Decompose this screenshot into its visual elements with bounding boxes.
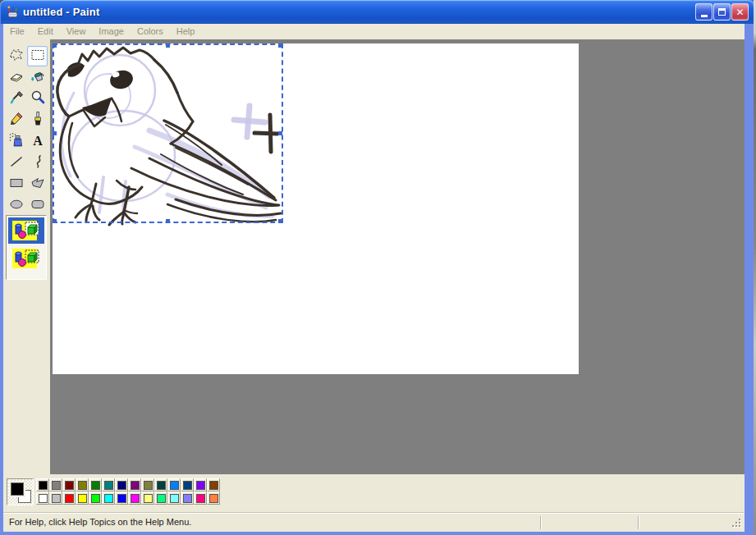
select-icon [30,47,46,66]
paint-window: untitled - Paint ✕ FileEditViewImageColo… [0,0,756,535]
tool-box: A [3,39,50,474]
tool-rounded-rectangle[interactable] [27,195,48,216]
color-swatch[interactable] [207,492,220,505]
pick-color-icon [8,89,25,109]
color-swatch[interactable] [36,492,49,505]
selection-handle[interactable] [53,43,57,48]
color-swatch[interactable] [102,492,115,505]
option-transparent-selection[interactable] [8,245,44,272]
statusbar-divider [638,516,639,529]
drawing-canvas[interactable] [53,43,579,374]
resize-grip-icon[interactable] [731,518,742,528]
fill-with-color-icon [30,68,46,88]
color-swatch[interactable] [49,492,62,505]
selection-handle[interactable] [166,43,170,48]
color-swatch[interactable] [128,492,141,505]
rectangle-icon [8,175,25,194]
menu-colors[interactable]: Colors [131,25,170,39]
tool-free-form-select[interactable] [6,46,26,66]
minimize-icon [701,15,708,17]
color-swatch[interactable] [181,478,194,492]
selection-handle[interactable] [53,131,57,135]
selection-handle[interactable] [278,131,282,135]
menu-image[interactable]: Image [92,25,131,39]
color-swatch[interactable] [141,478,154,492]
tool-text[interactable]: A [27,131,48,152]
tool-fill-with-color[interactable] [27,67,48,88]
main-area: A [3,39,745,474]
color-swatch[interactable] [89,492,102,505]
tool-magnifier[interactable] [27,89,48,109]
airbrush-icon [8,132,25,152]
tool-ellipse[interactable] [6,195,26,216]
statusbar-divider [540,516,541,529]
eraser-icon [8,68,25,88]
tool-line[interactable] [6,153,26,173]
paint-app-icon [6,5,20,19]
close-button[interactable]: ✕ [731,3,749,21]
tool-select[interactable] [27,46,48,66]
close-icon: ✕ [735,7,744,17]
rounded-rectangle-icon [30,196,46,216]
tool-airbrush[interactable] [6,131,26,152]
menu-edit[interactable]: Edit [31,25,60,39]
titlebar[interactable]: untitled - Paint ✕ [0,0,754,24]
color-swatch[interactable] [181,492,194,505]
magnifier-icon [30,89,46,109]
selection-handle[interactable] [278,219,282,223]
color-swatch[interactable] [154,492,167,505]
color-swatch[interactable] [194,492,207,505]
menu-file[interactable]: File [3,25,31,39]
brush-icon [30,111,46,130]
menu-view[interactable]: View [60,25,93,39]
tool-eraser[interactable] [6,67,26,88]
tool-curve[interactable] [27,153,48,173]
color-swatch[interactable] [36,478,49,492]
color-swatch[interactable] [76,478,89,492]
option-opaque-selection[interactable] [8,217,44,244]
tool-grid: A [6,46,48,216]
minimize-button[interactable] [695,3,712,21]
color-swatch[interactable] [128,478,141,492]
color-swatch[interactable] [76,492,89,505]
maximize-button[interactable] [713,3,731,21]
color-swatch[interactable] [62,492,76,505]
color-swatch[interactable] [141,492,154,505]
status-bar: For Help, click Help Topics on the Help … [3,512,745,532]
color-swatch[interactable] [207,478,220,492]
color-swatch[interactable] [167,492,181,505]
pencil-icon [8,111,25,130]
color-swatch[interactable] [167,478,181,492]
tool-pencil[interactable] [6,110,26,130]
menu-help[interactable]: Help [170,25,202,39]
foreground-color-swatch [11,482,24,496]
color-swatch[interactable] [49,478,62,492]
current-colors-indicator[interactable] [7,478,34,505]
window-title: untitled - Paint [23,0,99,24]
selection-handle[interactable] [166,219,170,223]
ellipse-icon [8,196,25,216]
color-swatch[interactable] [154,478,167,492]
line-icon [8,153,25,173]
selection-handle[interactable] [53,219,57,223]
text-icon: A [30,132,46,152]
selection-options-box [6,215,47,280]
selection-rectangle[interactable] [53,43,283,223]
color-box [3,474,745,512]
tool-brush[interactable] [27,110,48,130]
color-swatch[interactable] [89,478,102,492]
tool-polygon[interactable] [27,174,48,194]
color-swatch[interactable] [102,478,115,492]
tool-pick-color[interactable] [6,89,26,109]
svg-text:A: A [33,133,43,147]
color-swatch[interactable] [194,478,207,492]
selection-handle[interactable] [278,43,282,48]
color-swatch[interactable] [115,492,128,505]
tool-rectangle[interactable] [6,174,26,194]
color-swatch[interactable] [62,478,76,492]
free-form-select-icon [8,47,25,66]
maximize-icon [718,8,726,16]
color-swatch[interactable] [115,478,128,492]
workspace [50,39,745,474]
polygon-icon [30,175,46,194]
